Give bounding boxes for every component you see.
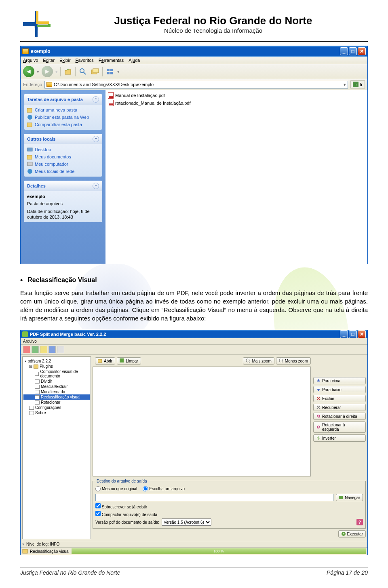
maximize-button[interactable]: □ xyxy=(349,330,357,338)
svg-rect-23 xyxy=(23,549,27,553)
menu-favoritos[interactable]: Favoritos xyxy=(76,58,94,63)
radio-same-as-original[interactable]: Mesmo que original xyxy=(95,486,137,491)
minimize-button[interactable]: _ xyxy=(340,47,348,55)
move-down-button[interactable]: Para baixo xyxy=(313,386,366,393)
svg-rect-4 xyxy=(107,69,110,71)
details-modified: Data de modificação: hoje, 8 de outubro … xyxy=(27,209,99,220)
tree-label: Compositor visual de documento xyxy=(40,369,90,378)
close-button[interactable]: ✕ xyxy=(358,47,366,55)
menu-ajuda[interactable]: Ajuda xyxy=(129,58,140,63)
open-button[interactable]: Abrir xyxy=(95,357,115,365)
collapse-icon[interactable]: ⌃ xyxy=(93,136,99,142)
address-field[interactable]: C:\Documents and Settings\XXX\Desktop\ex… xyxy=(44,81,348,89)
task-publish-web[interactable]: Publicar esta pasta na Web xyxy=(27,114,99,120)
menu-arquivo[interactable]: Arquivo xyxy=(23,58,38,63)
address-dropdown-icon[interactable]: ▾ xyxy=(344,82,346,87)
zoom-out-button[interactable]: Menos zoom xyxy=(276,357,311,365)
pdfsam-tree: ▪pdfsam 2.2.2 ⊟Plugins Compositor visual… xyxy=(22,356,91,539)
rotate-right-button[interactable]: Rotacionar à direita xyxy=(313,413,366,420)
checkbox-overwrite[interactable]: Sobrescrever se já existir xyxy=(95,503,147,509)
explorer-window: exemplo _ □ ✕ Arquivo Editar Exibir Favo… xyxy=(20,46,368,264)
radio-label: Escolha um arquivo xyxy=(149,487,185,491)
tree-item[interactable]: Mix alternado xyxy=(23,389,90,394)
toolbar-btn[interactable] xyxy=(57,346,64,353)
file-item[interactable]: rotacionado_Manual de Instalação.pdf xyxy=(107,99,366,107)
place-documents[interactable]: Meus documentos xyxy=(27,154,99,160)
go-button[interactable]: → Ir xyxy=(350,80,365,89)
minimize-button[interactable]: _ xyxy=(340,330,348,338)
back-dropdown[interactable]: ▾ xyxy=(37,69,39,74)
views-dropdown[interactable]: ▾ xyxy=(117,69,120,74)
tree-label: Mix alternado xyxy=(41,390,65,394)
help-icon[interactable]: ? xyxy=(356,519,363,525)
place-label: Meu computador xyxy=(35,162,68,166)
tree-item[interactable]: Rotacionar xyxy=(23,400,90,405)
search-icon[interactable] xyxy=(78,67,88,76)
btn-label: Mais zoom xyxy=(252,359,271,363)
place-computer[interactable]: Meu computador xyxy=(27,161,99,167)
place-network[interactable]: Meus locais de rede xyxy=(27,169,99,174)
separator xyxy=(102,67,103,76)
checkbox-compress[interactable]: Compactar arquivo(s) de saída xyxy=(95,511,157,517)
place-label: Meus locais de rede xyxy=(35,169,74,174)
destination-input[interactable] xyxy=(95,494,333,501)
close-button[interactable]: ✕ xyxy=(358,330,366,338)
menu-exibir[interactable]: Exibir xyxy=(59,58,71,63)
pdf-version-select[interactable]: Versão 1.5 (Acrobat 6) xyxy=(162,518,211,526)
preview-area[interactable] xyxy=(93,367,311,476)
tree-config[interactable]: Configurações xyxy=(23,405,90,410)
toolbar-btn[interactable] xyxy=(23,346,30,353)
execute-button[interactable]: Executar xyxy=(338,530,366,537)
menu-ferramentas[interactable]: Ferramentas xyxy=(99,58,124,63)
zoom-in-button[interactable]: Mais zoom xyxy=(243,357,274,365)
tree-root[interactable]: ▪pdfsam 2.2.2 xyxy=(23,358,90,364)
tree-item[interactable]: Compositor visual de documento xyxy=(23,369,90,379)
radio-label: Mesmo que original xyxy=(102,487,137,491)
recover-button[interactable]: Recuperar xyxy=(313,404,366,411)
task-share-folder[interactable]: Compartilhar esta pasta xyxy=(27,122,99,127)
toolbar-btn[interactable] xyxy=(32,346,39,353)
tree-about[interactable]: Sobre xyxy=(23,410,90,415)
tree-item[interactable]: Dividir xyxy=(23,379,90,384)
folders-icon[interactable] xyxy=(90,67,100,76)
details-type: Pasta de arquivos xyxy=(27,201,99,207)
tree-item[interactable]: Mesclar/Extrair xyxy=(23,384,90,389)
tasks-panel: Tarefas de arquivo e pasta ⌃ Criar uma n… xyxy=(24,94,102,130)
svg-rect-7 xyxy=(110,72,113,74)
views-icon[interactable] xyxy=(105,67,115,76)
file-list-area[interactable]: Manual de Instalação.pdf rotacionado_Man… xyxy=(105,90,367,264)
doc-icon xyxy=(35,400,40,405)
tree-plugins[interactable]: ⊟Plugins xyxy=(23,364,90,369)
collapse-icon[interactable]: ⌃ xyxy=(93,183,99,189)
tree-item-selected[interactable]: Reclassificação visual xyxy=(23,394,90,400)
menu-arquivo[interactable]: Arquivo xyxy=(23,339,37,344)
invert-button[interactable]: Inverter xyxy=(313,434,366,442)
address-label: Endereço xyxy=(23,82,42,87)
place-desktop[interactable]: Desktop xyxy=(27,147,99,152)
details-title: Detalhes xyxy=(27,183,46,188)
menu-editar[interactable]: Editar xyxy=(43,58,55,63)
collapse-icon[interactable]: ⌃ xyxy=(93,96,99,103)
progress-bar: 100 % xyxy=(72,548,366,554)
back-button[interactable]: ◄ xyxy=(23,66,34,77)
rotate-left-button[interactable]: Rotacionar à esquerda xyxy=(313,422,366,433)
file-item[interactable]: Manual de Instalação.pdf xyxy=(107,92,366,99)
move-up-button[interactable]: Para cima xyxy=(313,377,366,384)
radio-choose-file[interactable]: Escolha um arquivo xyxy=(143,486,185,491)
file-name: rotacionado_Manual de Instalação.pdf xyxy=(115,101,191,105)
clear-button[interactable]: Limpar xyxy=(117,357,141,365)
delete-button[interactable]: Excluir xyxy=(313,395,366,402)
tasks-title: Tarefas de arquivo e pasta xyxy=(27,97,83,102)
btn-label: Rotacionar à direita xyxy=(322,414,357,419)
toolbar-btn[interactable] xyxy=(48,346,56,353)
svg-point-9 xyxy=(27,115,32,120)
task-new-folder[interactable]: Criar uma nova pasta xyxy=(27,107,99,113)
browse-button[interactable]: Navegar xyxy=(336,494,363,501)
pdf-icon xyxy=(108,92,114,99)
toolbar-btn[interactable] xyxy=(40,346,47,353)
up-folder-icon[interactable] xyxy=(63,67,73,76)
header-rule xyxy=(20,41,368,42)
maximize-button[interactable]: □ xyxy=(349,47,357,55)
go-label: Ir xyxy=(360,82,363,87)
section-heading-text: Reclassificação Visual xyxy=(27,276,97,284)
